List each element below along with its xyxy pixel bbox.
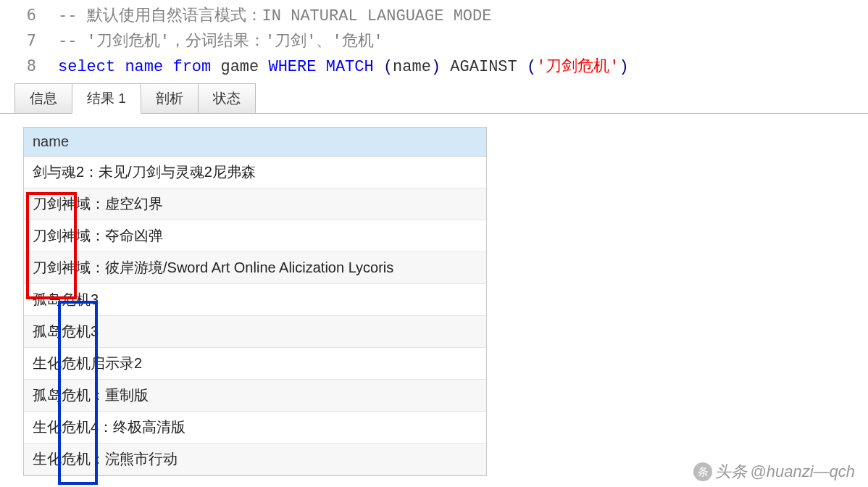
code-editor[interactable]: 6 -- 默认使用自然语言模式：IN NATURAL LANGUAGE MODE…	[0, 0, 868, 85]
tab-status[interactable]: 状态	[198, 83, 256, 113]
code-line: 8 select name from game WHERE MATCH (nam…	[0, 54, 868, 79]
paren-close: )	[619, 58, 629, 76]
keyword-where: WHERE	[268, 58, 316, 76]
line-number: 6	[0, 3, 58, 27]
table-row[interactable]: 剑与魂2：未见/刀剑与灵魂2尼弗森	[24, 157, 486, 188]
column-name: name	[125, 58, 163, 76]
code-content: -- '刀剑危机'，分词结果：'刀剑'、'危机'	[58, 30, 868, 54]
table-row[interactable]: 孤岛危机3	[24, 316, 486, 348]
string-literal: '刀剑危机'	[536, 58, 619, 76]
keyword-against: AGAINST	[450, 58, 517, 76]
watermark-icon: 条	[693, 462, 712, 481]
table-row[interactable]: 生化危机4：终极高清版	[24, 412, 486, 444]
tab-profile[interactable]: 剖析	[141, 83, 199, 113]
keyword-from: from	[172, 58, 211, 76]
table-row[interactable]: 刀剑神域：彼岸游境/Sword Art Online Alicization L…	[24, 252, 486, 284]
line-number: 8	[0, 54, 58, 78]
comment-token: -- 默认使用自然语言模式：IN NATURAL LANGUAGE MODE	[58, 7, 491, 25]
table-row[interactable]: 生化危机启示录2	[24, 348, 486, 380]
keyword-match: MATCH	[326, 58, 374, 76]
paren-open: (	[383, 58, 393, 76]
watermark: 条 头条 @huanzi—qch	[693, 461, 855, 483]
tab-info[interactable]: 信息	[14, 83, 72, 113]
code-line: 7 -- '刀剑危机'，分词结果：'刀剑'、'危机'	[0, 28, 868, 54]
code-line: 6 -- 默认使用自然语言模式：IN NATURAL LANGUAGE MODE	[0, 3, 868, 28]
table-row[interactable]: 刀剑神域：夺命凶弹	[24, 220, 486, 252]
results-column-header[interactable]: name	[24, 128, 486, 157]
comment-token: -- '刀剑危机'，分词结果：'刀剑'、'危机'	[58, 33, 383, 51]
watermark-text: @huanzi—qch	[750, 462, 855, 481]
keyword-select: select	[58, 58, 115, 76]
match-column: name	[393, 58, 431, 76]
watermark-prefix: 头条	[715, 461, 747, 483]
code-content: -- 默认使用自然语言模式：IN NATURAL LANGUAGE MODE	[58, 4, 868, 28]
tabs-bar: 信息 结果 1 剖析 状态	[0, 85, 868, 114]
paren-close: )	[431, 58, 441, 76]
results-grid[interactable]: name 剑与魂2：未见/刀剑与灵魂2尼弗森 刀剑神域：虚空幻界 刀剑神域：夺命…	[23, 127, 487, 476]
table-name: game	[220, 58, 259, 76]
table-row[interactable]: 孤岛危机：重制版	[24, 380, 486, 412]
table-row[interactable]: 孤岛危机3	[24, 284, 486, 316]
table-row[interactable]: 生化危机：浣熊市行动	[24, 444, 486, 475]
tab-result-1[interactable]: 结果 1	[72, 83, 141, 114]
code-content: select name from game WHERE MATCH (name)…	[58, 55, 868, 79]
line-number: 7	[0, 28, 58, 52]
paren-open: (	[527, 58, 536, 76]
table-row[interactable]: 刀剑神域：虚空幻界	[24, 188, 486, 220]
